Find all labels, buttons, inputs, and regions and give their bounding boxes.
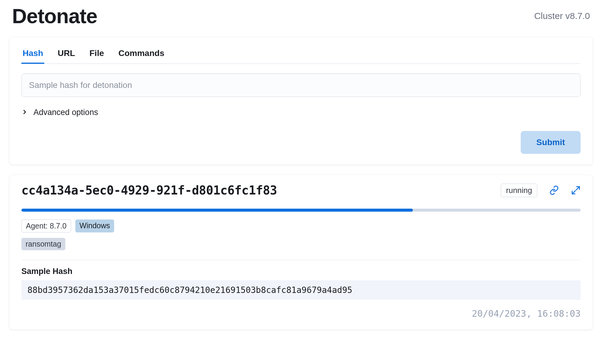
section-divider (21, 260, 581, 260)
task-timestamp: 20/04/2023, 16:08:03 (21, 308, 581, 319)
submission-card: Hash URL File Commands Advanced options … (9, 37, 593, 165)
page-title: Detonate (12, 4, 97, 28)
submission-tabs: Hash URL File Commands (21, 45, 581, 64)
task-badges-row-2: ransomtag (21, 238, 581, 250)
tab-url[interactable]: URL (56, 45, 76, 64)
svg-line-1 (572, 191, 575, 194)
task-id: cc4a134a-5ec0-4929-921f-d801c6fc1f83 (21, 183, 277, 197)
expand-icon[interactable] (571, 185, 581, 195)
sample-hash-label: Sample Hash (21, 267, 581, 276)
tab-commands[interactable]: Commands (117, 45, 165, 64)
progress-bar (21, 209, 581, 212)
sample-hash-value: 88bd3957362da153a37015fedc60c8794210e216… (21, 280, 581, 300)
link-icon[interactable] (549, 185, 559, 195)
agent-badge: Agent: 8.7.0 (21, 219, 71, 232)
advanced-options-toggle[interactable]: Advanced options (21, 108, 581, 117)
page-header: Detonate Cluster v8.7.0 (9, 4, 593, 28)
status-badge: running (501, 184, 537, 197)
tag-badge: ransomtag (21, 238, 65, 250)
advanced-options-label: Advanced options (33, 108, 98, 117)
tab-file[interactable]: File (88, 45, 105, 64)
progress-bar-fill (21, 209, 413, 212)
os-badge: Windows (75, 219, 114, 232)
svg-line-0 (576, 187, 579, 190)
tab-hash[interactable]: Hash (21, 45, 44, 64)
submit-button[interactable]: Submit (521, 131, 581, 154)
task-card: cc4a134a-5ec0-4929-921f-d801c6fc1f83 run… (9, 175, 593, 330)
cluster-version-label: Cluster v8.7.0 (534, 11, 590, 21)
sample-hash-input[interactable] (21, 73, 581, 97)
chevron-right-icon (21, 109, 28, 117)
task-badges-row-1: Agent: 8.7.0 Windows (21, 219, 581, 232)
